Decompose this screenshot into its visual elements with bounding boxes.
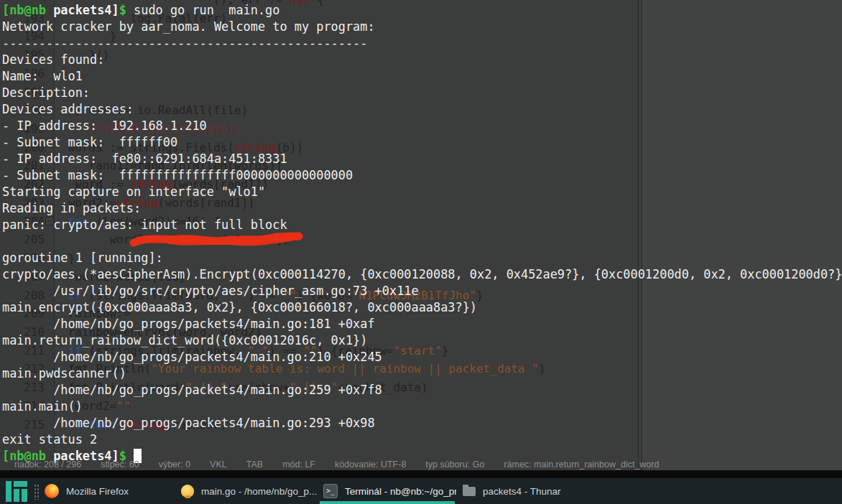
manjaro-menu-button[interactable] [6, 481, 27, 502]
terminal-line: crypto/aes.(*aesCipherAsm).Encrypt(0xc00… [2, 266, 842, 283]
taskbar-item-label: packets4 - Thunar [483, 486, 561, 497]
status-bar-item: výber: 0 [159, 459, 190, 470]
terminal-line: [nb@nb packets4]$ sudo go run main.go [2, 2, 842, 19]
text-segment: exit status 2 [2, 432, 97, 447]
text-segment: main.encrypt({0xc000aaa8a3, 0x2}, {0xc00… [2, 300, 477, 314]
text-segment: - Subnet mask: ffffff00 [2, 135, 177, 149]
panel-separator [0, 470, 842, 477]
terminal-line: goroutine 1 [running]: [2, 250, 842, 266]
panel-grip-handle [34, 484, 39, 500]
terminal-line: Description: [2, 85, 842, 101]
text-segment: /usr/lib/go/src/crypto/aes/cipher_asm.go… [2, 284, 419, 298]
status-bar-item: kódovanie: UTF-8 [335, 459, 406, 470]
status-bar-item: rámec: main.return_rainbow_dict_word [504, 459, 659, 470]
terminal-line: Starting capture on interface "wlo1" [2, 184, 842, 200]
folder-icon [463, 487, 476, 496]
terminal-line: Reading in packets: [2, 200, 842, 217]
terminal-line: - Subnet mask: ffffffffffffffff000000000… [2, 167, 842, 184]
terminal-line: /home/nb/go_progs/packets4/main.go:259 +… [2, 382, 842, 398]
taskbar-item-micro-main-go[interactable]: main.go - /home/nb/go_p... [176, 478, 318, 504]
terminal-line: exit status 2 [2, 431, 842, 448]
taskbar: Mozilla Firefox main.go - /home/nb/go_p.… [0, 477, 842, 504]
text-segment: Description: [2, 85, 90, 100]
text-segment: /home/nb/go_progs/packets4/main.go:259 +… [2, 383, 382, 397]
terminal-line: ----------------------------------------… [2, 35, 842, 52]
terminal-window[interactable]: [nb@nb packets4]$ sudo go run main.goNet… [0, 0, 842, 470]
status-bar-item: stĺpec: 60 [101, 459, 139, 470]
terminal-line: /home/nb/go_progs/packets4/main.go:181 +… [2, 316, 842, 332]
text-segment: Devices found: [2, 52, 104, 67]
text-segment: Reading in packets: [2, 201, 141, 215]
terminal-line: Network cracker by aar_noma. Welcome to … [2, 19, 842, 35]
text-segment: $ [119, 3, 126, 17]
text-segment: Network cracker by aar_noma. Welcome to … [2, 19, 375, 34]
text-segment: sudo go run main.go [126, 3, 280, 17]
text-segment: goroutine 1 [running]: [2, 251, 163, 265]
terminal-line: Devices addresses: [2, 101, 842, 118]
text-segment: - IP address: fe80::6291:684a:451:8331 [2, 151, 287, 166]
text-segment: - IP address: 192.168.1.210 [2, 118, 207, 133]
terminal-line: /usr/lib/go/src/crypto/aes/cipher_asm.go… [2, 283, 842, 299]
text-segment: /home/nb/go_progs/packets4/main.go:181 +… [2, 317, 375, 331]
taskbar-item-thunar[interactable]: packets4 - Thunar [458, 478, 605, 504]
text-segment: main.pwdscanner() [2, 366, 126, 381]
status-bar-item: VKL [210, 459, 227, 470]
terminal-line: main.encrypt({0xc000aaa8a3, 0x2}, {0xc00… [2, 299, 842, 316]
terminal-line: - Subnet mask: ffffff00 [2, 134, 842, 151]
taskbar-item-label: Terminál - nb@nb:~/go_pr... [345, 486, 456, 497]
terminal-icon: >_ [323, 484, 338, 498]
text-segment: [nb@nb [2, 3, 46, 17]
micro-editor-icon [181, 485, 194, 498]
text-segment: packets4] [53, 3, 119, 17]
terminal-line: main.pwdscanner() [2, 365, 842, 382]
editor-status-bar: riadok: 208 / 296stĺpec: 60výber: 0VKLTA… [0, 458, 842, 470]
text-segment: /home/nb/go_progs/packets4/main.go:293 +… [2, 416, 375, 430]
terminal-line: /home/nb/go_progs/packets4/main.go:210 +… [2, 349, 842, 365]
terminal-line: Devices found: [2, 52, 842, 68]
text-segment: Name: wlo1 [2, 69, 83, 83]
terminal-line: Name: wlo1 [2, 68, 842, 85]
text-segment: ----------------------------------------… [2, 36, 367, 50]
terminal-line: /home/nb/go_progs/packets4/main.go:293 +… [2, 415, 842, 431]
taskbar-item-label: Mozilla Firefox [66, 486, 129, 497]
taskbar-item-firefox[interactable]: Mozilla Firefox [40, 478, 175, 504]
status-bar-item: riadok: 208 / 296 [14, 459, 81, 470]
text-segment: crypto/aes.(*aesCipherAsm).Encrypt(0xc00… [2, 267, 842, 281]
status-bar-item: TAB [246, 459, 263, 470]
firefox-icon [45, 484, 59, 498]
taskbar-item-label: main.go - /home/nb/go_p... [201, 486, 317, 497]
terminal-line: - IP address: fe80::6291:684a:451:8331 [2, 151, 842, 167]
text-segment: /home/nb/go_progs/packets4/main.go:210 +… [2, 350, 382, 364]
terminal-line: main.main() [2, 398, 842, 415]
terminal-line: main.return_rainbow_dict_word({0xc000120… [2, 332, 842, 349]
taskbar-item-terminal[interactable]: >_ Terminál - nb@nb:~/go_pr... [318, 478, 456, 504]
text-segment: - Subnet mask: ffffffffffffffff000000000… [2, 168, 353, 182]
text-segment: main.return_rainbow_dict_word({0xc000120… [2, 333, 367, 347]
red-marker-scribble [128, 230, 307, 251]
text-segment [46, 3, 53, 17]
terminal-line: - IP address: 192.168.1.210 [2, 118, 842, 134]
text-segment: Starting capture on interface "wlo1" [2, 185, 265, 199]
desktop-screen: (); err != nil {193 log.Fatal(err)194 }1… [0, 0, 842, 504]
status-bar-item: typ súboru: Go [425, 459, 484, 470]
status-bar-item: mód: LF [282, 459, 315, 470]
text-segment: main.main() [2, 399, 83, 414]
text-segment: Devices addresses: [2, 102, 134, 116]
